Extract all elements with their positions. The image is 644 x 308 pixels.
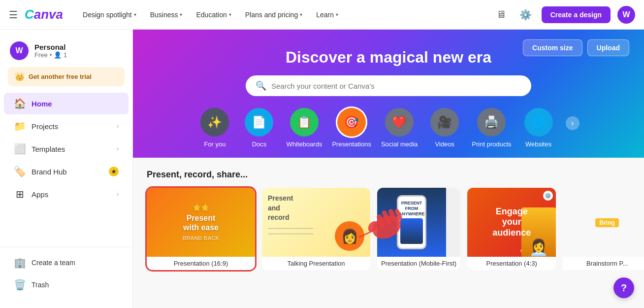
card-thumb-mobile: PRESENTFROMANYWHERE [377, 188, 446, 257]
chevron-right-icon: › [117, 123, 119, 130]
user-avatar[interactable]: W [617, 6, 635, 24]
search-icon: 🔍 [256, 80, 266, 91]
chevron-down-icon: ▾ [134, 12, 136, 17]
nav-business[interactable]: Business ▾ [144, 7, 189, 22]
category-presentations[interactable]: 🎯 Presentations [332, 108, 371, 148]
user-name: Personal [34, 43, 67, 51]
category-websites[interactable]: 🌐 Websites [521, 108, 556, 148]
print-products-icon: 🖨️ [477, 108, 506, 137]
category-social-media[interactable]: ❤️ Social media [381, 108, 418, 148]
top-navigation: ☰ Canva Design spotlight ▾ Business ▾ Ed… [0, 0, 644, 30]
card-label-mobile: Presentation (Mobile-First) [377, 257, 460, 270]
sidebar-user-section: W Personal Free • 👤 1 [0, 37, 132, 67]
sidebar-bottom: 🏢 Create a team 🗑️ Trash [0, 247, 132, 300]
monitor-icon[interactable]: 🖥 [492, 6, 510, 24]
hamburger-icon[interactable]: ☰ [9, 9, 18, 21]
hero-title: Discover a magical new era [286, 48, 491, 67]
card-label-talking: Talking Presentation [262, 257, 370, 270]
trash-icon: 🗑️ [14, 279, 26, 291]
card-thumb-brainstorm: Bring [563, 188, 644, 257]
sidebar: W Personal Free • 👤 1 👑 Get another free… [0, 30, 133, 308]
sidebar-avatar[interactable]: W [10, 41, 29, 60]
hero-actions: Custom size Upload [523, 39, 629, 56]
presentation-cards: 🌟🌟 Presentwith ease BRAND BACK Presentat… [147, 188, 630, 270]
chevron-down-icon: ▾ [180, 12, 182, 17]
nav-education[interactable]: Education ▾ [190, 7, 237, 22]
sidebar-item-trash[interactable]: 🗑️ Trash [4, 274, 129, 296]
card-presentation-16-9[interactable]: 🌟🌟 Presentwith ease BRAND BACK Presentat… [147, 188, 255, 270]
category-print-products[interactable]: 🖨️ Print products [472, 108, 511, 148]
for-you-icon: ✨ [200, 108, 229, 137]
brand-hub-icon: 🏷️ [14, 166, 26, 177]
card-presentation-4-3[interactable]: ⚙️ Engageyouraudience CANVAHELPS 👩‍💼 Pre… [467, 188, 556, 270]
create-design-button[interactable]: Create a design [542, 6, 611, 23]
custom-size-button[interactable]: Custom size [523, 39, 582, 56]
card-thumb-16-9: 🌟🌟 Presentwith ease BRAND BACK [147, 188, 255, 257]
whiteboards-icon: 📋 [290, 108, 319, 137]
card-mobile-first[interactable]: PRESENTFROMANYWHERE Presentation (Mobile… [377, 188, 460, 270]
nav-plans-pricing[interactable]: Plans and pricing ▾ [239, 7, 308, 22]
sidebar-item-projects[interactable]: 📁 Projects › [4, 115, 129, 137]
present-section: Present, record, share... 🌟🌟 Presentwith… [133, 158, 644, 282]
chevron-down-icon: ▾ [229, 12, 231, 17]
category-for-you[interactable]: ✨ For you [197, 108, 232, 148]
sidebar-item-templates[interactable]: ⬜ Templates › [4, 138, 129, 160]
hero-categories: ✨ For you 📄 Docs 📋 Whiteboards 🎯 Present… [197, 108, 579, 148]
user-info: Personal Free • 👤 1 [34, 43, 67, 59]
sidebar-nav: 🏠 Home 📁 Projects › ⬜ Templates › 🏷️ Bra… [0, 90, 132, 247]
websites-icon: 🌐 [524, 108, 553, 137]
help-button[interactable]: ? [613, 277, 634, 298]
nav-links: Design spotlight ▾ Business ▾ Education … [77, 7, 492, 22]
sidebar-item-brand-hub[interactable]: 🏷️ Brand Hub ★ [4, 161, 129, 182]
hero-banner: Custom size Upload Discover a magical ne… [133, 30, 644, 158]
card-talking-wrapper: Presentandrecord ───────────── ─────────… [262, 188, 370, 270]
brand-hub-badge: ★ [109, 167, 119, 176]
search-input[interactable] [271, 82, 521, 90]
sidebar-item-apps[interactable]: ⊞ Apps › [4, 183, 129, 205]
main-layout: W Personal Free • 👤 1 👑 Get another free… [0, 30, 644, 308]
card-brainstorm[interactable]: Bring Brainstorm P... [563, 188, 644, 270]
projects-icon: 📁 [14, 120, 26, 132]
main-content: Custom size Upload Discover a magical ne… [133, 30, 644, 308]
category-docs[interactable]: 📄 Docs [242, 108, 276, 148]
home-icon: 🏠 [14, 98, 26, 109]
social-media-icon: ❤️ [385, 108, 414, 137]
card-thumb-talking: Presentandrecord ───────────── ─────────… [262, 188, 370, 257]
topnav-actions: 🖥 ⚙️ Create a design W [492, 6, 635, 24]
card-label-16-9: Presentation (16:9) [147, 257, 255, 270]
category-whiteboards[interactable]: 📋 Whiteboards [286, 108, 322, 148]
card-thumb-4-3: ⚙️ Engageyouraudience CANVAHELPS 👩‍💼 [467, 188, 556, 257]
crown-icon: 👑 [15, 72, 25, 81]
templates-icon: ⬜ [14, 143, 26, 155]
nav-design-spotlight[interactable]: Design spotlight ▾ [77, 7, 142, 22]
sidebar-item-create-team[interactable]: 🏢 Create a team [4, 252, 129, 274]
canva-logo[interactable]: Canva [25, 7, 63, 22]
chevron-right-icon: › [117, 191, 119, 198]
presentations-icon: 🎯 [337, 108, 366, 137]
chevron-right-icon: › [117, 145, 119, 152]
categories-more-button[interactable]: › [566, 116, 580, 130]
create-team-icon: 🏢 [14, 257, 26, 269]
card-label-4-3: Presentation (4:3) [467, 257, 556, 270]
chevron-down-icon: ▾ [336, 12, 338, 17]
card-talking-presentation[interactable]: Presentandrecord ───────────── ─────────… [262, 188, 370, 270]
settings-icon[interactable]: ⚙️ [517, 6, 535, 24]
user-plan: Free • 👤 1 [34, 51, 67, 59]
card-label-brainstorm: Brainstorm P... [563, 257, 644, 270]
videos-icon: 🎥 [430, 108, 459, 137]
section-title: Present, record, share... [147, 170, 630, 180]
nav-learn[interactable]: Learn ▾ [310, 7, 344, 22]
sidebar-item-home[interactable]: 🏠 Home [4, 93, 129, 114]
hero-search-bar[interactable]: 🔍 [246, 75, 531, 96]
apps-icon: ⊞ [14, 188, 26, 200]
chevron-down-icon: ▾ [300, 12, 302, 17]
docs-icon: 📄 [245, 108, 273, 137]
trial-button[interactable]: 👑 Get another free trial [8, 67, 125, 86]
category-videos[interactable]: 🎥 Videos [427, 108, 462, 148]
upload-button[interactable]: Upload [587, 39, 629, 56]
